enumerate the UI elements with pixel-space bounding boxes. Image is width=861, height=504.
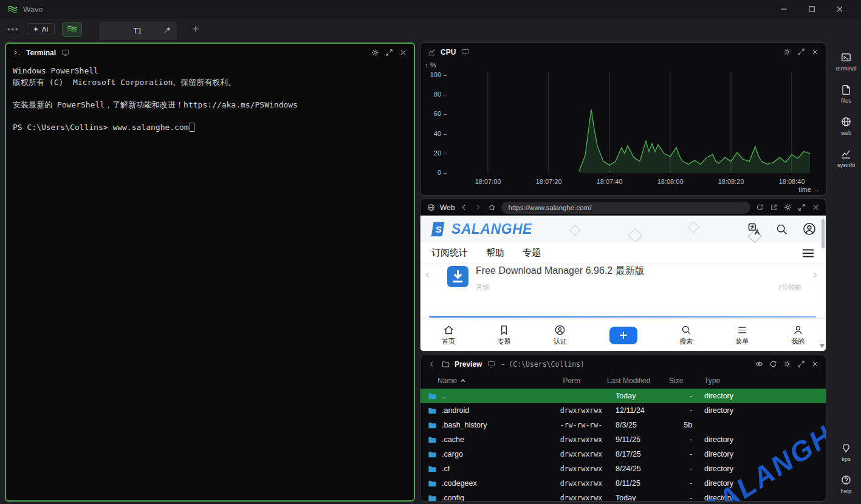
expand-icon[interactable] (384, 48, 394, 58)
widget-sidebar: terminal files web sysinfo tips help (831, 43, 861, 502)
cpu-ytick-label: 60 (420, 110, 441, 117)
terminal-prompt-line[interactable]: PS C:\Users\Collins> www.salanghe.com (13, 122, 407, 133)
column-name[interactable]: Name (428, 376, 549, 385)
expand-icon[interactable] (796, 47, 806, 57)
translate-icon[interactable] (748, 223, 761, 236)
file-perm: -rw-rw-rw- (549, 421, 607, 429)
bottomnav-add[interactable] (609, 327, 637, 344)
column-perm[interactable]: Perm (549, 376, 607, 385)
sparkle-icon (33, 26, 39, 32)
bottomnav-verify[interactable]: 认证 (554, 324, 567, 346)
pin-icon[interactable] (163, 26, 171, 34)
close-icon[interactable] (398, 48, 408, 58)
sidebar-item-terminal[interactable]: terminal (836, 52, 857, 72)
url-input[interactable] (501, 202, 751, 214)
carousel-next-icon[interactable] (811, 271, 818, 279)
nav-link-subscriptions[interactable]: 订阅统计 (431, 247, 468, 259)
bottomnav-profile[interactable]: 我的 (791, 324, 804, 346)
carousel-prev-icon[interactable] (424, 271, 431, 279)
table-row[interactable]: .cargo drwxrwxrwx 8/17/25 - directory (420, 447, 826, 461)
file-name: .cf (442, 465, 450, 473)
nav-link-topics[interactable]: 专题 (523, 247, 541, 259)
monitor-icon[interactable] (60, 48, 70, 58)
gear-icon[interactable] (783, 203, 792, 213)
webpage: S SALANGHE 订阅统计 帮助 (420, 216, 826, 351)
article-title[interactable]: Free Download Manager 6.96.2 最新版 (476, 265, 644, 278)
cpu-chart-area: ↑ % time → 10080604020018:07:0018:07:201… (420, 61, 826, 195)
gear-icon[interactable] (782, 359, 792, 369)
table-row[interactable]: .cf drwxrwxrwx 8/24/25 - directory (420, 461, 826, 476)
next-item-edge (429, 316, 816, 318)
file-size: - (667, 494, 696, 501)
file-type: directory (696, 406, 820, 415)
search-icon[interactable] (775, 223, 788, 236)
close-button[interactable] (826, 0, 854, 18)
tab-bar: ••• AI T1 + (0, 18, 861, 40)
expand-icon[interactable] (797, 203, 806, 213)
refresh-icon[interactable] (768, 359, 778, 369)
monitor-icon[interactable] (460, 47, 470, 57)
table-row[interactable]: .config drwxrwxrwx Today - directory (420, 491, 826, 501)
tab-t1[interactable]: T1 (99, 21, 177, 40)
nav-link-help[interactable]: 帮助 (486, 247, 504, 259)
table-row[interactable]: .cache drwxrwxrwx 9/11/25 - directory (420, 432, 826, 447)
bottomnav-home[interactable]: 首页 (442, 324, 455, 346)
tab-overflow-button[interactable]: ••• (7, 25, 19, 34)
sidebar-item-tips[interactable]: tips (841, 443, 851, 462)
badge-icon (554, 324, 566, 336)
cpu-y-axis-unit: ↑ % (425, 61, 436, 69)
table-row[interactable]: .bash_history -rw-rw-rw- 8/3/25 5b (420, 418, 826, 432)
decor-diamond (687, 221, 699, 233)
article-item[interactable]: Free Download Manager 6.96.2 最新版 月惊 7分钟前 (420, 264, 826, 292)
monitor-icon[interactable] (486, 359, 496, 369)
sidebar-item-files[interactable]: files (841, 84, 851, 104)
bottomnav-topics[interactable]: 专题 (498, 324, 511, 346)
sidebar-item-sysinfo[interactable]: sysinfo (837, 149, 856, 168)
fdm-app-icon (447, 266, 468, 287)
close-icon[interactable] (810, 359, 820, 369)
cpu-xtick-label: 18:07:40 (597, 178, 623, 185)
lightbulb-icon (841, 443, 851, 453)
preview-header: Preview ~ (C:\Users\Collins) (420, 355, 826, 373)
table-row[interactable]: .. Today - directory (420, 389, 826, 403)
gear-icon[interactable] (782, 47, 792, 57)
external-link-icon[interactable] (769, 203, 778, 213)
site-logo[interactable]: S SALANGHE (430, 221, 532, 237)
column-modified[interactable]: Last Modified (607, 376, 667, 385)
forward-icon[interactable] (473, 203, 483, 213)
back-icon[interactable] (427, 359, 436, 369)
article-time: 7分钟前 (778, 283, 801, 292)
window-controls (770, 0, 854, 18)
table-row[interactable]: .android drwxrwxrwx 12/11/24 - directory (420, 403, 826, 418)
bottomnav-search[interactable]: 搜索 (679, 324, 693, 346)
line-chart-icon (841, 149, 851, 159)
maximize-button[interactable] (798, 0, 826, 18)
close-icon[interactable] (811, 203, 820, 213)
column-type[interactable]: Type (696, 376, 820, 385)
hamburger-icon[interactable] (801, 248, 815, 258)
bottomnav-menu[interactable]: 菜单 (735, 324, 749, 346)
scroll-down-arrow[interactable] (820, 344, 825, 348)
terminal-body[interactable]: Windows PowerShell版权所有 (C) Microsoft Cor… (6, 61, 414, 500)
minimize-button[interactable] (770, 0, 798, 18)
close-icon[interactable] (810, 47, 820, 57)
user-icon[interactable] (803, 222, 816, 236)
refresh-icon[interactable] (755, 203, 764, 213)
home-icon[interactable] (487, 203, 497, 213)
add-button[interactable] (609, 327, 637, 344)
sidebar-item-web[interactable]: web (841, 117, 851, 136)
sidebar-item-help[interactable]: help (841, 475, 852, 494)
gear-icon[interactable] (370, 48, 380, 58)
cpu-ytick-label: 20 (420, 149, 441, 157)
ai-button[interactable]: AI (27, 23, 55, 35)
folder-icon (428, 392, 437, 401)
new-tab-button[interactable]: + (193, 22, 199, 36)
back-icon[interactable] (459, 203, 469, 213)
workspace-button[interactable] (62, 22, 82, 37)
column-size[interactable]: Size (667, 376, 696, 385)
expand-icon[interactable] (796, 359, 806, 369)
right-column: CPU ↑ % time → 10080604020018:07:0018:07… (420, 43, 826, 502)
eye-icon[interactable] (754, 359, 764, 369)
scrollbar-thumb[interactable] (822, 219, 825, 248)
table-row[interactable]: .codegeex drwxrwxrwx 8/11/25 - directory (420, 476, 826, 491)
